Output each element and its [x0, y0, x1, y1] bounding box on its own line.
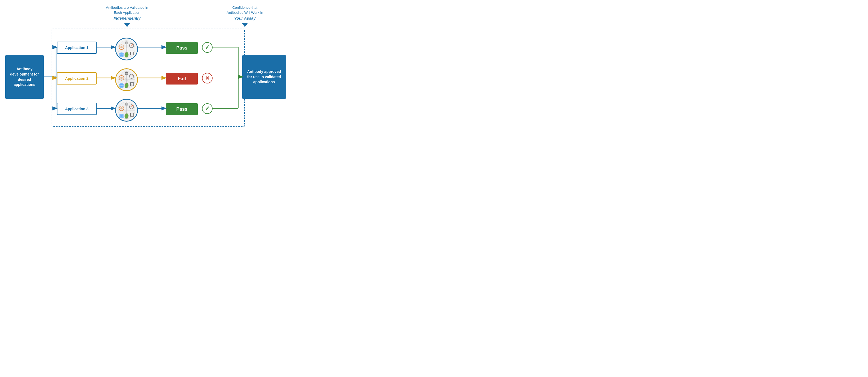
- app-row-1: Application 1: [52, 38, 244, 59]
- header-right-arrow: [242, 23, 248, 27]
- right-box-text: Antibody approved for use in validated a…: [246, 69, 282, 85]
- result-label-3: Pass: [176, 107, 187, 112]
- assay-icons-1: [117, 40, 136, 58]
- header-right-line2: Antibodies Will Work in: [226, 10, 263, 14]
- header-right-line1: Confidence that: [232, 5, 257, 9]
- app-label-1: Application 1: [65, 46, 88, 50]
- assay-circle-2: [115, 68, 138, 91]
- antibody-development-box: Antibody development for desired applica…: [5, 55, 44, 99]
- app-label-2: Application 2: [65, 76, 88, 81]
- svg-point-19: [120, 46, 123, 48]
- assay-circle-3: [115, 99, 138, 122]
- result-box-3: Pass: [166, 103, 198, 115]
- result-box-1: Pass: [166, 42, 198, 54]
- svg-point-57: [119, 116, 124, 118]
- result-icon-1: ✓: [202, 42, 213, 53]
- app-row-3: Application 3: [52, 99, 244, 120]
- result-icon-3: ✓: [202, 103, 213, 114]
- header-left-line3: Independently: [114, 16, 141, 20]
- result-label-1: Pass: [176, 45, 187, 51]
- header-left-arrow: [124, 23, 130, 27]
- assay-icons-2: [117, 70, 136, 89]
- left-box-text: Antibody development for desired applica…: [9, 66, 40, 87]
- header-right: Confidence that Antibodies Will Work in …: [214, 5, 275, 27]
- app-box-2: Application 2: [57, 72, 97, 85]
- svg-point-59: [120, 107, 123, 109]
- diagram: Antibodies are Validated in Each Applica…: [5, 5, 286, 122]
- result-label-2: Fail: [178, 76, 186, 82]
- header-left-line2: Each Application: [114, 10, 140, 14]
- app-box-3: Application 3: [57, 103, 97, 115]
- header-left: Antibodies are Validated in Each Applica…: [83, 5, 171, 27]
- app-label-3: Application 3: [65, 107, 88, 111]
- svg-point-17: [119, 55, 124, 57]
- result-icon-2: ✕: [202, 73, 213, 83]
- app-box-1: Application 1: [57, 41, 97, 54]
- assay-circle-1: [115, 38, 138, 60]
- svg-point-39: [120, 77, 123, 79]
- svg-point-37: [119, 86, 124, 88]
- validation-section: Application 1: [52, 29, 245, 127]
- header-right-line3: Your Assay: [234, 16, 255, 20]
- assay-icons-3: [117, 101, 136, 119]
- app-row-2: Application 2: [52, 68, 244, 90]
- result-box-2: Fail: [166, 73, 198, 85]
- antibody-approved-box: Antibody approved for use in validated a…: [242, 55, 286, 99]
- main-content: Antibody development for desired applica…: [5, 29, 286, 127]
- header-left-line1: Antibodies are Validated in: [106, 5, 148, 9]
